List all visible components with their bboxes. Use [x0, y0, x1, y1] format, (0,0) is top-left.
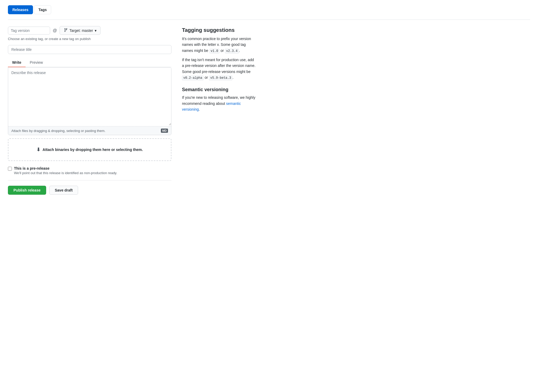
drop-text: ⬇ Attach binaries by dropping them here … [14, 147, 166, 153]
tag-row: @ Target: master ▾ [8, 26, 171, 35]
code-v234: v2.3.4 [225, 49, 239, 53]
save-draft-button[interactable]: Save draft [49, 186, 78, 195]
prerelease-text-group: This is a pre-release We'll point out th… [14, 166, 117, 175]
release-title-input[interactable] [8, 45, 171, 54]
prerelease-label[interactable]: This is a pre-release We'll point out th… [8, 166, 171, 175]
semantic-versioning-title: Semantic versioning [182, 87, 256, 92]
target-branch-label: Target: master [69, 28, 93, 33]
tab-write[interactable]: Write [8, 58, 26, 67]
sidebar-section: Tagging suggestions It's common practice… [182, 26, 256, 116]
prerelease-hint: We'll point out that this release is ide… [14, 171, 117, 175]
code-beta: v5.9-beta.3 [209, 76, 232, 80]
tab-tags[interactable]: Tags [34, 5, 51, 14]
release-description-textarea[interactable] [8, 67, 171, 125]
code-alpha: v0.2-alpha [182, 76, 204, 80]
tagging-text-1: It's common practice to prefix your vers… [182, 36, 256, 54]
form-section: @ Target: master ▾ Choose an existing ta… [8, 26, 171, 195]
tag-hint: Choose an existing tag, or create a new … [8, 37, 171, 41]
at-symbol: @ [53, 28, 57, 33]
code-v10: v1.0 [209, 49, 220, 53]
attach-text: Attach files by dragging & dropping, sel… [11, 129, 105, 133]
publish-release-button[interactable]: Publish release [8, 186, 46, 195]
semantic-text: If you're new to releasing software, we … [182, 95, 256, 112]
prerelease-title: This is a pre-release [14, 166, 117, 170]
action-buttons: Publish release Save draft [8, 186, 171, 195]
target-branch-button[interactable]: Target: master ▾ [60, 26, 100, 35]
editor-tabs: Write Preview [8, 58, 171, 67]
tabs-bar: Releases Tags [8, 5, 530, 14]
textarea-wrapper: Attach files by dragging & dropping, sel… [8, 67, 171, 135]
tab-preview[interactable]: Preview [26, 58, 47, 67]
branch-icon [64, 28, 68, 33]
drop-arrow-icon: ⬇ [36, 147, 40, 153]
divider [8, 19, 530, 20]
chevron-down-icon: ▾ [95, 28, 97, 33]
drop-label: Attach binaries by dropping them here or… [42, 148, 143, 152]
tag-version-input[interactable] [8, 27, 50, 35]
md-badge: MD [161, 129, 168, 133]
binary-drop-zone[interactable]: ⬇ Attach binaries by dropping them here … [8, 138, 171, 161]
tab-releases[interactable]: Releases [8, 5, 33, 14]
prerelease-checkbox[interactable] [8, 167, 12, 171]
tagging-suggestions-title: Tagging suggestions [182, 27, 256, 33]
attach-bar[interactable]: Attach files by dragging & dropping, sel… [8, 126, 171, 135]
prerelease-section: This is a pre-release We'll point out th… [8, 166, 171, 180]
main-layout: @ Target: master ▾ Choose an existing ta… [8, 26, 530, 195]
tagging-text-2: If the tag isn't meant for production us… [182, 57, 256, 81]
